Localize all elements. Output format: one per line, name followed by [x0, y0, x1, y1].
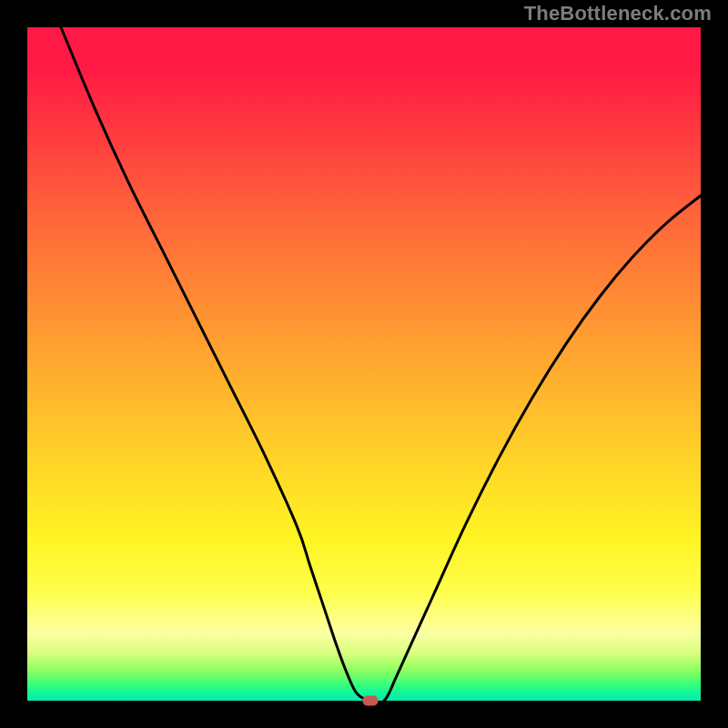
- bottleneck-curve: [61, 27, 701, 703]
- plot-area: [27, 27, 701, 701]
- min-point-marker: [363, 696, 379, 706]
- watermark-text: TheBottleneck.com: [524, 2, 712, 25]
- curve-svg: [27, 27, 701, 701]
- chart-frame: TheBottleneck.com: [0, 0, 728, 728]
